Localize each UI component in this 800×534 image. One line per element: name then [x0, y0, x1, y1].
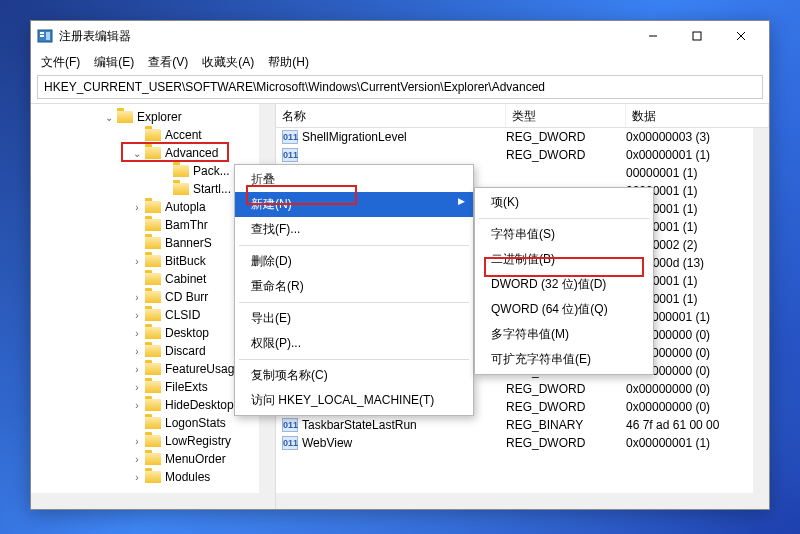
- sub-multistring[interactable]: 多字符串值(M): [475, 322, 653, 347]
- value-name: TaskbarStateLastRun: [302, 418, 506, 432]
- expand-toggle[interactable]: ›: [131, 202, 143, 213]
- scrollbar-vertical[interactable]: [753, 128, 769, 509]
- sub-key[interactable]: 项(K): [475, 190, 653, 215]
- ctx-copy-keyname[interactable]: 复制项名称(C): [235, 363, 473, 388]
- expand-toggle[interactable]: ⌄: [131, 148, 143, 159]
- sub-string[interactable]: 字符串值(S): [475, 222, 653, 247]
- expand-toggle[interactable]: ›: [131, 256, 143, 267]
- folder-icon: [117, 111, 133, 123]
- binary-value-icon: 011: [282, 418, 298, 432]
- expand-toggle[interactable]: ›: [131, 400, 143, 411]
- folder-icon: [145, 219, 161, 231]
- value-data: 0x00000001 (1): [626, 148, 769, 162]
- ctx-goto-hklm[interactable]: 访问 HKEY_LOCAL_MACHINE(T): [235, 388, 473, 413]
- minimize-button[interactable]: [631, 22, 675, 50]
- value-type: REG_DWORD: [506, 400, 626, 414]
- value-data: 0x00000000 (0): [626, 400, 769, 414]
- dword-value-icon: 011: [282, 148, 298, 162]
- col-type[interactable]: 类型: [506, 104, 626, 127]
- expand-toggle[interactable]: ⌄: [103, 112, 115, 123]
- expand-toggle[interactable]: ›: [131, 364, 143, 375]
- tree-item-label: BitBuck: [165, 254, 206, 268]
- expand-toggle[interactable]: ›: [131, 346, 143, 357]
- folder-icon: [145, 309, 161, 321]
- folder-icon: [145, 453, 161, 465]
- tree-item[interactable]: ⌄Advanced: [35, 144, 275, 162]
- tree-item-label: CLSID: [165, 308, 200, 322]
- col-name[interactable]: 名称: [276, 104, 506, 127]
- context-menu: 折叠 新建(N) 查找(F)... 删除(D) 重命名(R) 导出(E) 权限(…: [234, 164, 474, 416]
- sub-dword32[interactable]: DWORD (32 位)值(D): [475, 272, 653, 297]
- value-row[interactable]: 011ShellMigrationLevelREG_DWORD0x0000000…: [276, 128, 769, 146]
- menu-file[interactable]: 文件(F): [35, 52, 86, 73]
- sub-qword64[interactable]: QWORD (64 位)值(Q): [475, 297, 653, 322]
- menu-edit[interactable]: 编辑(E): [88, 52, 140, 73]
- value-type: REG_DWORD: [506, 382, 626, 396]
- tree-item-label: Discard: [165, 344, 206, 358]
- folder-icon: [173, 183, 189, 195]
- value-data: 46 7f ad 61 00 00: [626, 418, 769, 432]
- expand-toggle[interactable]: ›: [131, 454, 143, 465]
- dword-value-icon: 011: [282, 130, 298, 144]
- expand-toggle[interactable]: ›: [131, 436, 143, 447]
- scrollbar-horizontal[interactable]: [276, 493, 769, 509]
- ctx-export[interactable]: 导出(E): [235, 306, 473, 331]
- ctx-rename[interactable]: 重命名(R): [235, 274, 473, 299]
- value-row[interactable]: 011WebViewREG_DWORD0x00000001 (1): [276, 434, 769, 452]
- value-type: REG_DWORD: [506, 130, 626, 144]
- ctx-permissions[interactable]: 权限(P)...: [235, 331, 473, 356]
- folder-icon: [145, 471, 161, 483]
- folder-icon: [145, 129, 161, 141]
- expand-toggle[interactable]: ›: [131, 292, 143, 303]
- maximize-button[interactable]: [675, 22, 719, 50]
- expand-toggle[interactable]: ›: [131, 328, 143, 339]
- menu-favorites[interactable]: 收藏夹(A): [196, 52, 260, 73]
- tree-item-label: Desktop: [165, 326, 209, 340]
- tree-item[interactable]: ⌄Explorer: [35, 108, 275, 126]
- titlebar[interactable]: 注册表编辑器: [31, 21, 769, 51]
- value-row[interactable]: 011TaskbarStateLastRunREG_BINARY46 7f ad…: [276, 416, 769, 434]
- ctx-new[interactable]: 新建(N): [235, 192, 473, 217]
- tree-item-label: Pack...: [193, 164, 230, 178]
- tree-item[interactable]: ›MenuOrder: [35, 450, 275, 468]
- tree-item[interactable]: ›Modules: [35, 468, 275, 486]
- window-title: 注册表编辑器: [59, 28, 631, 45]
- tree-item[interactable]: ›LowRegistry: [35, 432, 275, 450]
- value-data: 0x00000003 (3): [626, 130, 769, 144]
- expand-toggle[interactable]: ›: [131, 382, 143, 393]
- menubar: 文件(F) 编辑(E) 查看(V) 收藏夹(A) 帮助(H): [31, 51, 769, 73]
- ctx-find[interactable]: 查找(F)...: [235, 217, 473, 242]
- value-data: 00000001 (1): [626, 166, 769, 180]
- tree-item-label: FeatureUsage: [165, 362, 241, 376]
- sub-expandstring[interactable]: 可扩充字符串值(E): [475, 347, 653, 372]
- ctx-collapse[interactable]: 折叠: [235, 167, 473, 192]
- expand-toggle[interactable]: ›: [131, 310, 143, 321]
- col-data[interactable]: 数据: [626, 104, 769, 127]
- ctx-separator: [239, 302, 469, 303]
- folder-icon: [145, 399, 161, 411]
- folder-icon: [145, 147, 161, 159]
- address-bar[interactable]: HKEY_CURRENT_USER\SOFTWARE\Microsoft\Win…: [37, 75, 763, 99]
- sub-binary[interactable]: 二进制值(B): [475, 247, 653, 272]
- svg-rect-1: [40, 32, 44, 34]
- value-type: REG_BINARY: [506, 418, 626, 432]
- menu-help[interactable]: 帮助(H): [262, 52, 315, 73]
- tree-item[interactable]: Accent: [35, 126, 275, 144]
- column-headers[interactable]: 名称 类型 数据: [276, 104, 769, 128]
- tree-item-label: Accent: [165, 128, 202, 142]
- folder-icon: [145, 435, 161, 447]
- folder-icon: [145, 273, 161, 285]
- svg-rect-5: [693, 32, 701, 40]
- menu-view[interactable]: 查看(V): [142, 52, 194, 73]
- ctx-delete[interactable]: 删除(D): [235, 249, 473, 274]
- scrollbar-horizontal[interactable]: [31, 493, 275, 509]
- tree-item[interactable]: LogonStats: [35, 414, 275, 432]
- folder-icon: [145, 201, 161, 213]
- value-row[interactable]: 011REG_DWORD0x00000001 (1): [276, 146, 769, 164]
- close-button[interactable]: [719, 22, 763, 50]
- value-name: WebView: [302, 436, 506, 450]
- tree-item-label: Autopla: [165, 200, 206, 214]
- folder-icon: [145, 381, 161, 393]
- expand-toggle[interactable]: ›: [131, 472, 143, 483]
- new-submenu: 项(K) 字符串值(S) 二进制值(B) DWORD (32 位)值(D) QW…: [474, 187, 654, 375]
